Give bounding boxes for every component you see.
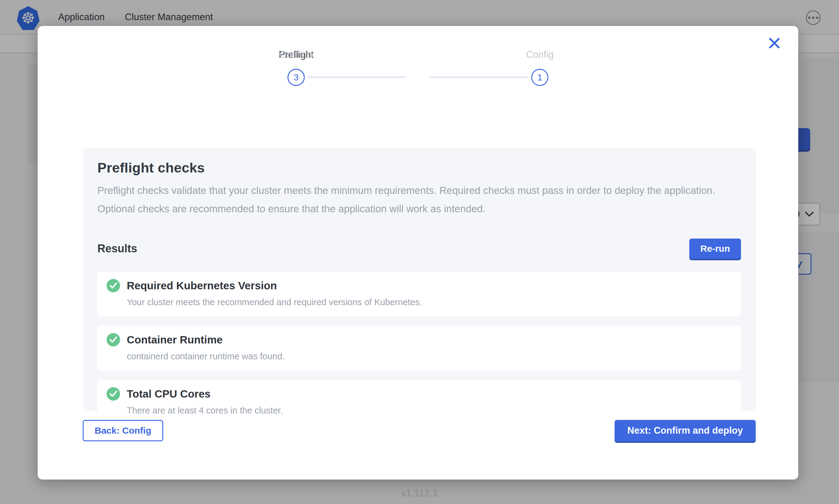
preflight-result-row: Required Kubernetes Version Your cluster… (97, 272, 741, 317)
step-number-badge: 1 (531, 69, 548, 86)
check-circle-icon (106, 279, 120, 292)
preflight-result-row: Total CPU Cores There are at least 4 cor… (97, 380, 741, 425)
back-config-button[interactable]: Back: Config (83, 420, 163, 441)
next-confirm-deploy-button[interactable]: Next: Confirm and deploy (615, 420, 756, 441)
check-message: containerd container runtime was found. (127, 352, 732, 361)
preflight-card: Preflight checks Preflight checks valida… (83, 148, 756, 411)
results-heading: Results (97, 242, 137, 255)
rerun-button[interactable]: Re-run (689, 238, 741, 259)
preflight-modal: Config 1 Preflight 2 Confirm 3 Preflight… (38, 26, 798, 480)
preflight-description: Preflight checks validate that your clus… (97, 181, 736, 218)
wizard-stepper: Config 1 Preflight 2 Confirm 3 (296, 49, 540, 107)
close-icon[interactable] (768, 36, 781, 50)
stepper-step-confirm[interactable]: Confirm 3 (250, 49, 342, 86)
step-number-badge: 3 (288, 69, 305, 86)
check-message: Your cluster meets the recommended and r… (127, 297, 732, 307)
preflight-results-list: Required Kubernetes Version Your cluster… (97, 272, 741, 425)
preflight-result-row: Container Runtime containerd container r… (97, 326, 741, 371)
check-title: Container Runtime (127, 334, 223, 346)
check-title: Required Kubernetes Version (127, 280, 277, 292)
page-title: Preflight checks (97, 160, 741, 176)
check-circle-icon (106, 333, 120, 346)
check-message: There are at least 4 cores in the cluste… (127, 406, 732, 416)
check-circle-icon (106, 387, 120, 401)
check-title: Total CPU Cores (127, 388, 211, 400)
stepper-step-config[interactable]: Config 1 (494, 49, 586, 86)
results-header: Results Re-run (97, 238, 741, 259)
